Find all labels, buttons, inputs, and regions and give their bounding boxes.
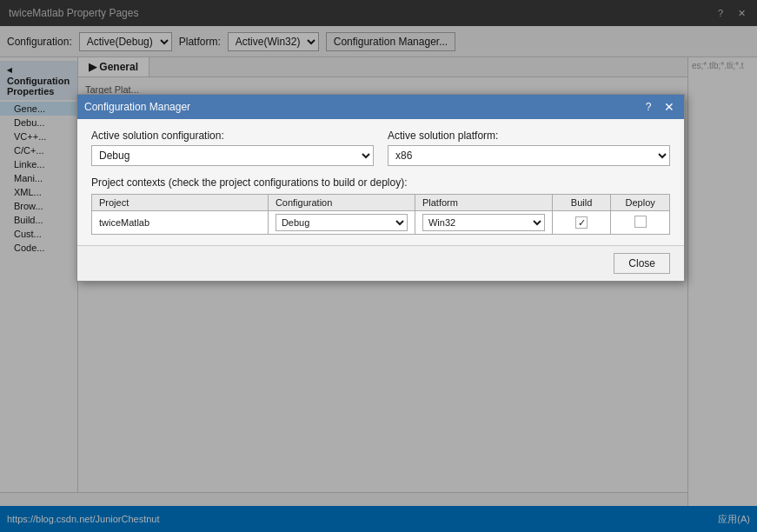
col-platform: Platform (415, 195, 552, 211)
col-configuration: Configuration (268, 195, 415, 211)
modal-titlebar-buttons: ? ✕ (641, 99, 677, 115)
project-contexts-label: Project contexts (check the project conf… (91, 176, 670, 189)
col-project: Project (92, 195, 269, 211)
cell-build[interactable] (552, 211, 611, 235)
modal-overlay: Configuration Manager ? ✕ Active solutio… (0, 0, 757, 532)
cell-config[interactable]: Debug (268, 211, 415, 235)
cell-platform[interactable]: Win32 (415, 211, 552, 235)
cell-deploy[interactable] (611, 211, 670, 235)
modal-body: Active solution configuration: Debug Act… (77, 119, 684, 245)
modal-close-x-button[interactable]: ✕ (661, 99, 677, 115)
row-platform-select[interactable]: Win32 (422, 214, 545, 231)
project-contexts-table: Project Configuration Platform Build Dep… (91, 194, 670, 235)
modal-footer: Close (77, 245, 684, 281)
modal-close-button[interactable]: Close (614, 253, 670, 274)
active-solution-row: Active solution configuration: Debug Act… (91, 130, 670, 166)
active-platform-select[interactable]: x86 (388, 145, 670, 166)
table-body: twiceMatlab Debug Win32 (92, 211, 670, 235)
active-platform-col: Active solution platform: x86 (388, 130, 670, 166)
modal-title: Configuration Manager (84, 101, 190, 113)
active-config-col: Active solution configuration: Debug (91, 130, 374, 166)
active-config-label: Active solution configuration: (91, 130, 374, 142)
cell-project-name: twiceMatlab (92, 211, 269, 235)
build-checkbox[interactable] (575, 216, 588, 229)
modal-help-button[interactable]: ? (641, 99, 656, 115)
modal-titlebar: Configuration Manager ? ✕ (77, 95, 684, 119)
table-header: Project Configuration Platform Build Dep… (92, 195, 670, 211)
deploy-checkbox[interactable] (634, 216, 647, 228)
active-platform-label: Active solution platform: (388, 130, 670, 142)
row-config-select[interactable]: Debug (276, 214, 408, 231)
col-build: Build (552, 195, 611, 211)
col-deploy: Deploy (611, 195, 670, 211)
table-row: twiceMatlab Debug Win32 (92, 211, 670, 235)
configuration-manager-dialog: Configuration Manager ? ✕ Active solutio… (76, 94, 685, 282)
active-config-select[interactable]: Debug (91, 145, 374, 166)
